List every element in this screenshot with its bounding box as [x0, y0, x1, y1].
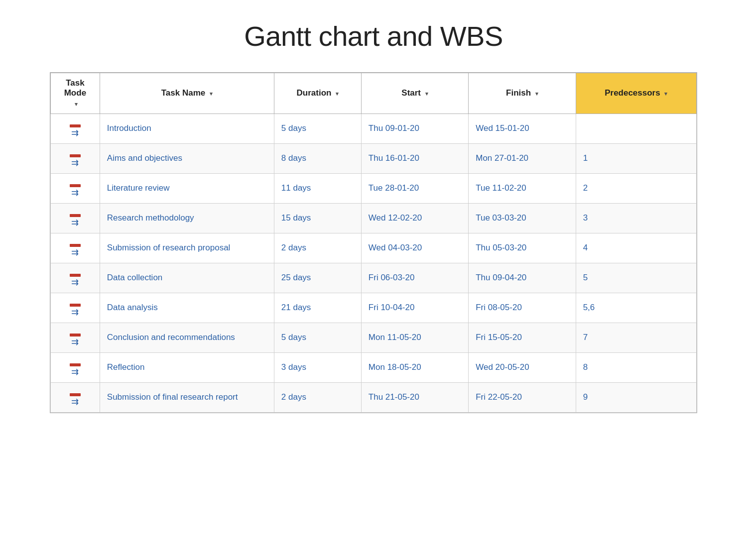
icon-bar: [70, 334, 81, 336]
task-mode-icon: ⇉: [70, 393, 81, 406]
table-row: ⇉ Aims and objectives8 daysThu 16-01-20M…: [51, 143, 697, 173]
icon-bar: [70, 304, 81, 307]
table-row: ⇉ Submission of final research report2 d…: [51, 382, 697, 412]
task-mode-icon: ⇉: [70, 274, 81, 287]
finish-cell: Fri 22-05-20: [469, 382, 576, 412]
duration-cell: 11 days: [274, 173, 361, 203]
icon-bar: [70, 184, 81, 187]
arrow-icon: ⇉: [71, 128, 79, 137]
predecessors-cell: 8: [576, 352, 696, 382]
table-row: ⇉ Research methodology15 daysWed 12-02-2…: [51, 203, 697, 233]
duration-cell: 21 days: [274, 293, 361, 323]
task-mode-cell: ⇉: [51, 382, 100, 412]
task-mode-cell: ⇉: [51, 233, 100, 263]
page-title: Gantt chart and WBS: [244, 20, 503, 52]
icon-bar: [70, 274, 81, 277]
finish-cell: Wed 15-01-20: [469, 113, 576, 143]
finish-cell: Fri 15-05-20: [469, 323, 576, 352]
start-cell: Thu 21-05-20: [361, 382, 468, 412]
arrow-icon: ⇉: [71, 248, 79, 257]
icon-bar: [70, 124, 81, 127]
predecessors-cell: [576, 113, 696, 143]
task-mode-icon: ⇉: [70, 304, 81, 317]
start-cell: Thu 16-01-20: [361, 143, 468, 173]
icon-bar: [70, 363, 81, 366]
start-sort-icon[interactable]: ▾: [425, 91, 428, 97]
task-name-cell: Submission of research proposal: [100, 233, 274, 263]
task-mode-cell: ⇉: [51, 113, 100, 143]
finish-cell: Tue 03-03-20: [469, 203, 576, 233]
finish-sort-icon[interactable]: ▾: [535, 91, 538, 97]
arrow-icon: ⇉: [71, 218, 79, 227]
table-row: ⇉ Data analysis21 daysFri 10-04-20Fri 08…: [51, 293, 697, 323]
task-mode-icon: ⇉: [70, 214, 81, 227]
table-row: ⇉ Conclusion and recommendations5 daysMo…: [51, 323, 697, 352]
col-header-duration[interactable]: Duration ▾: [274, 73, 361, 114]
duration-cell: 2 days: [274, 233, 361, 263]
finish-cell: Thu 05-03-20: [469, 233, 576, 263]
finish-cell: Wed 20-05-20: [469, 352, 576, 382]
predecessors-cell: 1: [576, 143, 696, 173]
predecessors-cell: 7: [576, 323, 696, 352]
finish-cell: Tue 11-02-20: [469, 173, 576, 203]
task-name-cell: Data analysis: [100, 293, 274, 323]
task-name-cell: Aims and objectives: [100, 143, 274, 173]
predecessors-sort-icon[interactable]: ▾: [664, 91, 667, 97]
task-mode-cell: ⇉: [51, 323, 100, 352]
task-name-cell: Introduction: [100, 113, 274, 143]
task-mode-sort-icon[interactable]: ▾: [75, 101, 78, 108]
col-header-task-name[interactable]: Task Name ▾: [100, 73, 274, 114]
task-name-sort-icon[interactable]: ▾: [210, 91, 213, 97]
predecessors-cell: 3: [576, 203, 696, 233]
task-name-cell: Submission of final research report: [100, 382, 274, 412]
arrow-icon: ⇉: [71, 158, 79, 167]
table-row: ⇉ Data collection25 daysFri 06-03-20Thu …: [51, 263, 697, 293]
predecessors-cell: 9: [576, 382, 696, 412]
duration-sort-icon[interactable]: ▾: [336, 91, 339, 97]
icon-bar: [70, 154, 81, 157]
task-name-cell: Research methodology: [100, 203, 274, 233]
task-mode-icon: ⇉: [70, 124, 81, 137]
table-row: ⇉ Introduction5 daysThu 09-01-20Wed 15-0…: [51, 113, 697, 143]
task-name-cell: Reflection: [100, 352, 274, 382]
gantt-table: Task Mode ▾ Task Name ▾ Duration ▾ Start…: [50, 73, 697, 413]
predecessors-cell: 2: [576, 173, 696, 203]
arrow-icon: ⇉: [71, 188, 79, 197]
duration-cell: 2 days: [274, 382, 361, 412]
task-name-cell: Data collection: [100, 263, 274, 293]
icon-bar: [70, 393, 81, 396]
col-header-start[interactable]: Start ▾: [361, 73, 468, 114]
icon-bar: [70, 244, 81, 247]
predecessors-cell: 5: [576, 263, 696, 293]
arrow-icon: ⇉: [71, 337, 79, 346]
task-mode-cell: ⇉: [51, 173, 100, 203]
arrow-icon: ⇉: [71, 278, 79, 287]
start-cell: Mon 11-05-20: [361, 323, 468, 352]
start-cell: Fri 06-03-20: [361, 263, 468, 293]
duration-cell: 25 days: [274, 263, 361, 293]
start-cell: Tue 28-01-20: [361, 173, 468, 203]
start-cell: Mon 18-05-20: [361, 352, 468, 382]
arrow-icon: ⇉: [71, 397, 79, 406]
col-header-task-mode[interactable]: Task Mode ▾: [51, 73, 100, 114]
col-header-finish[interactable]: Finish ▾: [469, 73, 576, 114]
duration-cell: 5 days: [274, 323, 361, 352]
task-mode-cell: ⇉: [51, 143, 100, 173]
table-row: ⇉ Reflection3 daysMon 18-05-20Wed 20-05-…: [51, 352, 697, 382]
icon-bar: [70, 214, 81, 217]
table-row: ⇉ Literature review11 daysTue 28-01-20Tu…: [51, 173, 697, 203]
task-mode-icon: ⇉: [70, 154, 81, 167]
task-mode-cell: ⇉: [51, 203, 100, 233]
start-cell: Wed 04-03-20: [361, 233, 468, 263]
col-header-predecessors[interactable]: Predecessors ▾: [576, 73, 696, 114]
task-name-cell: Literature review: [100, 173, 274, 203]
task-mode-cell: ⇉: [51, 352, 100, 382]
arrow-icon: ⇉: [71, 308, 79, 317]
start-cell: Wed 12-02-20: [361, 203, 468, 233]
predecessors-cell: 4: [576, 233, 696, 263]
task-mode-cell: ⇉: [51, 293, 100, 323]
duration-cell: 8 days: [274, 143, 361, 173]
gantt-table-wrapper: Task Mode ▾ Task Name ▾ Duration ▾ Start…: [50, 72, 697, 413]
start-cell: Fri 10-04-20: [361, 293, 468, 323]
task-mode-icon: ⇉: [70, 334, 81, 346]
